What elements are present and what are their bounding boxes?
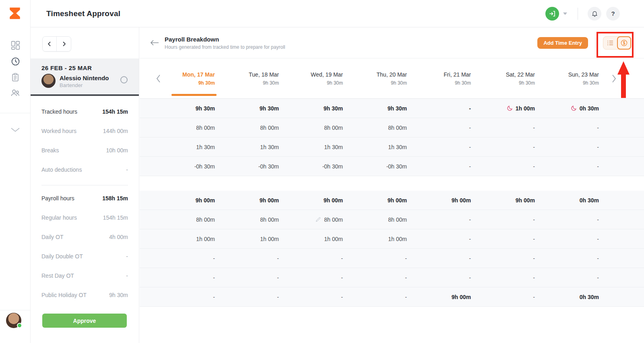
breakdown-header: Payroll Breakdown Hours generated from t…	[140, 27, 644, 58]
day-tab-sat[interactable]: Sat, 22 Mar9h 30m	[481, 58, 545, 98]
clock-in-caret-icon[interactable]	[562, 12, 568, 15]
hours-summary: Tracked hours154h 15mWorked hours144h 00…	[41, 102, 128, 305]
select-member-radio[interactable]	[120, 76, 128, 83]
cell-value: -	[469, 163, 471, 170]
cell-fri: -	[417, 118, 481, 137]
annotation-arrow-icon	[617, 61, 630, 75]
day-tab-thu[interactable]: Thu, 20 Mar9h 30m	[353, 58, 417, 98]
cell-sat: -	[481, 118, 545, 137]
approve-button[interactable]: Approve	[42, 314, 127, 328]
annotation-arrow-shaft	[621, 74, 626, 98]
cell-mon: -	[161, 287, 225, 306]
summary-label: Daily Double OT	[41, 253, 83, 260]
cell-value: -	[213, 274, 215, 281]
days-scroll-left-icon[interactable]	[156, 74, 161, 83]
tracked-breakdown-row-1: 8h 00m8h 00m8h 00m8h 00m---	[140, 118, 644, 137]
cell-value: 9h 30m	[196, 105, 215, 112]
cell-value: 8h 00m	[260, 216, 279, 223]
cell-fri: -	[417, 157, 481, 176]
help-icon[interactable]: ?	[606, 7, 620, 21]
cell-wed: -	[289, 287, 353, 306]
days-scroll-right-icon[interactable]	[611, 74, 617, 83]
cell-value: -	[469, 144, 471, 150]
cell-value: 9h 00m	[324, 197, 343, 204]
cell-tue: 9h 30m	[225, 99, 289, 118]
cell-value: 0h 30m	[580, 105, 599, 112]
selected-member-card[interactable]: 26 FEB - 25 MAR Alessio Nintendo Bartend…	[31, 58, 139, 96]
expand-chevron-down-icon[interactable]	[8, 123, 23, 137]
cell-mon: -	[161, 249, 225, 268]
day-tab-mon[interactable]: Mon, 17 Mar9h 30m	[161, 58, 225, 98]
payroll-breakdown-row-0: 9h 00m9h 00m9h 00m9h 00m9h 00m9h 00m0h 3…	[140, 191, 644, 210]
cell-value: 8h 00m	[260, 125, 279, 131]
cell-sun: -	[545, 249, 609, 268]
cell-wed: -	[289, 268, 353, 287]
cell-value: 8h 00m	[324, 216, 343, 223]
back-arrow-icon[interactable]	[150, 40, 159, 46]
cell-value: -	[341, 274, 343, 281]
summary-value: -	[126, 166, 128, 173]
cell-mon: -0h 30m	[161, 157, 225, 176]
active-day-underline	[171, 94, 217, 96]
day-tab-tue[interactable]: Tue, 18 Mar9h 30m	[225, 58, 289, 98]
day-tab-fri[interactable]: Fri, 21 Mar9h 30m	[417, 58, 481, 98]
payroll-summary-row-2: Daily OT4h 00m	[41, 227, 128, 247]
day-label: Mon, 17 Mar	[182, 71, 215, 78]
cell-value: -	[597, 125, 599, 131]
cell-value: 0h 30m	[580, 294, 599, 300]
cell-wed: 9h 00m	[289, 191, 353, 210]
cell-value: 1h 30m	[196, 144, 215, 150]
reports-clipboard-icon[interactable]	[8, 71, 23, 84]
cell-value: 9h 00m	[452, 294, 471, 300]
cell-sun: 0h 30m	[545, 287, 609, 306]
cell-value: 9h 30m	[388, 105, 407, 112]
payroll-breakdown-row-2: 1h 00m1h 00m1h 00m1h 00m---	[140, 229, 644, 249]
tracked-breakdown-row-0: 9h 30m9h 30m9h 30m9h 30m-1h 00m0h 30m	[140, 99, 644, 118]
cell-value: -	[533, 236, 535, 242]
user-avatar[interactable]	[6, 313, 21, 328]
cell-value: 1h 00m	[260, 236, 279, 242]
cell-value: -	[341, 255, 343, 262]
cell-mon: 8h 00m	[161, 210, 225, 229]
summary-label: Tracked hours	[41, 108, 77, 115]
dashboard-icon[interactable]	[8, 38, 23, 52]
cell-tue: -	[225, 287, 289, 306]
cell-thu: 1h 00m	[353, 229, 417, 248]
timesheets-clock-icon[interactable]	[8, 54, 23, 68]
clock-in-button[interactable]	[545, 7, 559, 21]
cell-value: -	[341, 294, 343, 300]
notifications-bell-icon[interactable]	[588, 7, 601, 21]
previous-period-button[interactable]	[43, 37, 57, 51]
cell-thu: 9h 00m	[353, 191, 417, 210]
cell-wed[interactable]: 8h 00m	[289, 210, 353, 229]
cell-value: 1h 00m	[388, 236, 407, 242]
cell-value: 8h 00m	[388, 216, 407, 223]
cell-sun: -	[545, 229, 609, 248]
day-label: Fri, 21 Mar	[444, 71, 471, 78]
cell-sat: -	[481, 268, 545, 287]
cell-thu: 9h 30m	[353, 99, 417, 118]
cell-value: 1h 30m	[260, 144, 279, 150]
night-hours-moon-icon	[507, 105, 513, 111]
cell-sun: 0h 30m	[545, 99, 609, 118]
day-header: Mon, 17 Mar9h 30mTue, 18 Mar9h 30mWed, 1…	[140, 58, 644, 99]
summary-label: Public Holiday OT	[41, 292, 87, 298]
cell-value: -	[405, 294, 407, 300]
cell-wed: 9h 30m	[289, 99, 353, 118]
day-tab-wed[interactable]: Wed, 19 Mar9h 30m	[289, 58, 353, 98]
tracked-breakdown-row-3: -0h 30m-0h 30m-0h 30m-0h 30m---	[140, 157, 644, 176]
cell-mon: 1h 30m	[161, 137, 225, 156]
add-time-entry-button[interactable]: Add Time Entry	[537, 37, 588, 49]
summary-label: Payroll hours	[41, 195, 74, 202]
cell-sun: -	[545, 118, 609, 137]
app-logo-icon[interactable]	[7, 6, 23, 21]
cell-thu: -0h 30m	[353, 157, 417, 176]
next-period-button[interactable]	[57, 37, 71, 51]
people-icon[interactable]	[8, 86, 23, 100]
period-pager	[42, 36, 71, 52]
day-tab-sun[interactable]: Sun, 23 Mar9h 30m	[545, 58, 609, 98]
summary-value: 144h 00m	[103, 128, 128, 134]
cell-sat: -	[481, 287, 545, 306]
cell-value: -	[597, 163, 599, 170]
cell-value: -	[469, 274, 471, 281]
